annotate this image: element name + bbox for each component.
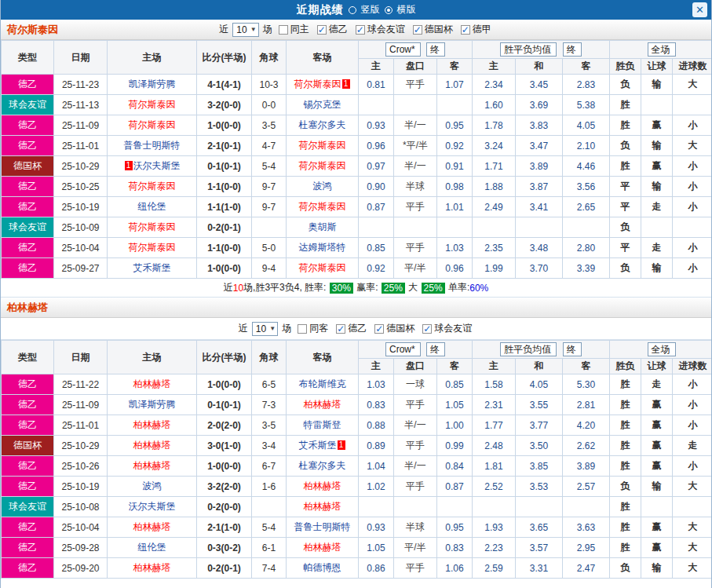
- filter-checkbox[interactable]: 德国杯: [413, 23, 453, 36]
- wdl-result-cell: 负: [610, 75, 641, 95]
- filter-checkbox-label: 同主: [290, 23, 309, 36]
- score-cell: 1-0(0-0): [197, 456, 252, 477]
- team-name-link[interactable]: 柏林赫塔: [133, 562, 171, 573]
- col-header-type: 类型: [2, 41, 54, 75]
- team-name-link[interactable]: 杜塞尔多夫: [299, 119, 346, 130]
- odds-company-select[interactable]: Crow*: [385, 42, 421, 57]
- europe-stage-select[interactable]: 终: [563, 342, 582, 356]
- odds-stage-select[interactable]: 终: [426, 42, 445, 57]
- team-name-link[interactable]: 荷尔斯泰因: [299, 201, 346, 212]
- scope-select[interactable]: 全场: [648, 342, 676, 356]
- eu-draw-odds-cell: 3.41: [516, 197, 563, 217]
- match-count-value: 10: [236, 24, 246, 35]
- team-name-link[interactable]: 柏林赫塔: [304, 399, 341, 410]
- ah-line-cell: 平手: [394, 558, 437, 579]
- team-name-link[interactable]: 柏林赫塔: [133, 521, 171, 532]
- close-button[interactable]: ✕: [692, 2, 707, 17]
- team-name-link[interactable]: 布轮斯维克: [299, 378, 346, 389]
- ah-home-odds-cell: [359, 497, 394, 517]
- filter-checkbox[interactable]: 球会友谊: [422, 322, 472, 335]
- team-name-link[interactable]: 沃尔夫斯堡: [133, 160, 181, 171]
- team-name-link[interactable]: 普鲁士明斯特: [124, 140, 181, 151]
- filter-checkbox[interactable]: 同客: [298, 322, 328, 335]
- match-count-select[interactable]: 10▼: [232, 23, 258, 37]
- odds-company-select[interactable]: Crow*: [385, 342, 421, 356]
- team-name-link[interactable]: 柏林赫塔: [304, 542, 341, 553]
- handicap-result-cell: [641, 95, 673, 115]
- team-name-link[interactable]: 荷尔斯泰因: [294, 79, 341, 89]
- eu-home-odds-cell: 2.35: [473, 238, 516, 258]
- team-name-link[interactable]: 凯泽斯劳腾: [129, 79, 176, 89]
- team-name-link[interactable]: 特雷斯登: [304, 419, 341, 430]
- team-name-link[interactable]: 柏林赫塔: [304, 501, 341, 512]
- team-name-link[interactable]: 杜塞尔多夫: [299, 460, 346, 471]
- team-name-link[interactable]: 柏林赫塔: [133, 378, 171, 389]
- team-name-link[interactable]: 普鲁士明斯特: [294, 521, 351, 532]
- filter-checkbox[interactable]: 同主: [279, 23, 309, 36]
- team-name-link[interactable]: 奥胡斯: [309, 221, 337, 232]
- team-name-link[interactable]: 纽伦堡: [138, 542, 166, 553]
- match-count-select[interactable]: 10▼: [252, 322, 278, 336]
- team-name-link[interactable]: 柏林赫塔: [304, 480, 341, 491]
- home-team-cell: 艾禾斯堡: [108, 258, 197, 279]
- eu-away-odds-cell: 2.47: [563, 558, 610, 579]
- go goals-result-cell: 小: [673, 415, 712, 436]
- team-name-link[interactable]: 艾禾斯堡: [299, 440, 337, 451]
- filter-checkbox[interactable]: 德乙: [317, 23, 348, 36]
- team-name-link[interactable]: 荷尔斯泰因: [299, 262, 346, 273]
- go goals-result-cell: [673, 217, 712, 238]
- ah-line-cell: 半/一: [394, 115, 437, 136]
- team-name-link[interactable]: 荷尔斯泰因: [129, 221, 176, 232]
- away-team-cell: 柏林赫塔: [287, 395, 359, 415]
- team-name-link[interactable]: 荷尔斯泰因: [129, 242, 176, 253]
- team-name-link[interactable]: 沃尔夫斯堡: [129, 501, 176, 512]
- match-date-cell: 25-11-22: [54, 374, 108, 395]
- filter-checkbox[interactable]: 德甲: [461, 23, 491, 36]
- league-type-cell: 德乙: [2, 558, 54, 579]
- team-name-link[interactable]: 帕德博恩: [304, 562, 341, 573]
- team-name-link[interactable]: 锡尔克堡: [304, 99, 341, 110]
- eu-home-odds-cell: 1.77: [473, 415, 516, 436]
- team-name-link[interactable]: 波鸿: [143, 480, 162, 491]
- match-row: 德国杯 25-10-29 1沃尔夫斯堡 0-1(0-1) 5-4 荷尔斯泰因 0…: [2, 156, 712, 177]
- match-row: 德乙 25-10-04 荷尔斯泰因 1-1(0-0) 5-0 达姆斯塔特 0.8…: [2, 238, 712, 258]
- europe-odds-group-header: 胜平负均值 终: [473, 341, 610, 359]
- match-row: 球会友谊 25-11-13 荷尔斯泰因 3-2(0-0) 0-0 锡尔克堡 1.…: [2, 95, 712, 115]
- team-name-link[interactable]: 达姆斯塔特: [299, 242, 346, 253]
- team-name-link[interactable]: 凯泽斯劳腾: [129, 399, 176, 410]
- eu-away-odds-cell: 3.39: [563, 258, 610, 279]
- checkbox-icon: [298, 324, 307, 334]
- filter-checkbox[interactable]: 球会友谊: [356, 23, 405, 36]
- team-name-link[interactable]: 柏林赫塔: [133, 419, 171, 430]
- horizontal-layout-label[interactable]: 横版: [397, 3, 416, 16]
- ah-line-cell: [394, 95, 437, 115]
- team-name-link[interactable]: 荷尔斯泰因: [299, 140, 346, 151]
- vertical-layout-radio[interactable]: [349, 6, 356, 14]
- team-name-link[interactable]: 纽伦堡: [138, 201, 166, 212]
- filter-checkbox[interactable]: 德国杯: [374, 322, 414, 335]
- scope-group-header: 全场: [610, 41, 712, 59]
- europe-stage-select[interactable]: 终: [563, 42, 582, 57]
- scope-select[interactable]: 全场: [648, 42, 676, 57]
- league-type-cell: 德乙: [2, 456, 54, 477]
- team-name-link[interactable]: 波鸿: [313, 181, 332, 192]
- vertical-layout-label[interactable]: 竖版: [361, 3, 380, 16]
- team-name-link[interactable]: 柏林赫塔: [133, 440, 171, 451]
- team-name-link[interactable]: 艾禾斯堡: [133, 262, 171, 273]
- team-name-link[interactable]: 柏林赫塔: [133, 460, 171, 471]
- team-name-link[interactable]: 荷尔斯泰因: [299, 160, 346, 171]
- match-row: 德乙 25-10-26 柏林赫塔 1-0(0-0) 6-7 杜塞尔多夫 1.04…: [2, 456, 712, 477]
- filter-checkbox[interactable]: 德乙: [336, 322, 367, 335]
- home-team-cell: 荷尔斯泰因: [108, 115, 197, 136]
- team-name-link[interactable]: 荷尔斯泰因: [129, 99, 176, 110]
- handicap-result-cell: 输: [641, 258, 673, 279]
- eu-draw-odds-cell: 3.48: [516, 238, 563, 258]
- team-name-link[interactable]: 荷尔斯泰因: [129, 119, 176, 130]
- horizontal-layout-radio[interactable]: [385, 6, 393, 14]
- league-type-cell: 德乙: [2, 374, 54, 395]
- team-name-link[interactable]: 荷尔斯泰因: [129, 181, 176, 192]
- europe-average-select[interactable]: 胜平负均值: [500, 42, 557, 57]
- europe-average-select[interactable]: 胜平负均值: [500, 342, 557, 356]
- chevron-down-icon: ▼: [250, 24, 257, 35]
- odds-stage-select[interactable]: 终: [426, 342, 445, 356]
